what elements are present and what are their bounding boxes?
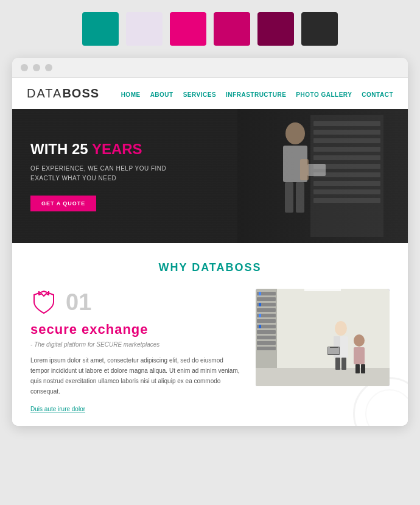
- nav-item-home[interactable]: HOME: [121, 88, 141, 99]
- svg-rect-22: [257, 308, 276, 312]
- shield-svg: [30, 289, 57, 316]
- logo-data-text: DATA: [27, 87, 62, 100]
- svg-rect-43: [330, 347, 338, 348]
- svg-point-36: [335, 321, 347, 336]
- nav-item-contact[interactable]: CONTACT: [362, 88, 393, 99]
- hero-title-prefix: WITH 25: [30, 141, 92, 157]
- svg-point-11: [285, 122, 305, 144]
- browser-dot-2: [33, 64, 40, 71]
- nav-item-about[interactable]: ABOUT: [150, 88, 173, 99]
- feature-icon-number: 01: [30, 289, 243, 316]
- svg-rect-28: [257, 341, 276, 345]
- swatch-maroon: [257, 12, 294, 46]
- feature-number: 01: [66, 291, 91, 314]
- svg-rect-47: [361, 364, 365, 373]
- nav-item-gallery[interactable]: PHOTO GALLERY: [296, 88, 352, 99]
- svg-rect-46: [355, 364, 360, 373]
- svg-rect-29: [257, 347, 276, 350]
- svg-rect-24: [257, 319, 276, 323]
- hero-figure-svg: [262, 115, 383, 237]
- svg-rect-16: [300, 159, 309, 180]
- feature-image: [256, 289, 390, 386]
- svg-rect-8: [313, 181, 380, 186]
- swatch-dark-magenta: [214, 12, 250, 46]
- logo-boss-text: BOSS: [62, 87, 99, 100]
- svg-rect-31: [259, 303, 261, 306]
- feature-row: 01 secure exchange - The digital platfor…: [30, 289, 390, 414]
- nav-link-about[interactable]: ABOUT: [150, 91, 173, 98]
- nav-links: HOME ABOUT SERVICES INFRASTRUCTURE PHOTO…: [121, 88, 393, 99]
- swatch-lavender: [126, 12, 163, 46]
- svg-rect-40: [341, 358, 346, 370]
- browser-window: DATABOSS HOME ABOUT SERVICES INFRASTRUCT…: [12, 58, 408, 426]
- nav-link-gallery[interactable]: PHOTO GALLERY: [296, 91, 352, 98]
- site-logo: DATABOSS: [27, 87, 99, 101]
- browser-dot-1: [21, 64, 28, 71]
- svg-rect-20: [257, 297, 276, 301]
- hero-image: [237, 109, 408, 243]
- hero-title-years: YEARS: [92, 141, 142, 157]
- hero-subtitle: OF EXPERIENCE, WE CAN HELP YOU FINDEXACT…: [30, 164, 225, 183]
- feature-tagline: - The digital platform for SECURE market…: [30, 341, 243, 348]
- why-section: WHY DATABOSS 01: [12, 243, 408, 426]
- svg-rect-33: [259, 325, 261, 328]
- color-swatches: [82, 12, 338, 46]
- svg-rect-34: [256, 368, 390, 386]
- svg-rect-35: [304, 289, 341, 291]
- shield-icon: [30, 289, 57, 316]
- get-quote-button[interactable]: GET A QUOTE: [30, 196, 96, 211]
- nav-link-home[interactable]: HOME: [121, 91, 141, 98]
- feature-link[interactable]: Duis aute irure dolor: [30, 406, 85, 412]
- swatch-teal: [82, 12, 119, 46]
- svg-rect-13: [285, 182, 293, 213]
- svg-rect-42: [328, 347, 339, 354]
- site-nav: DATABOSS HOME ABOUT SERVICES INFRASTRUCT…: [12, 78, 408, 109]
- svg-rect-26: [257, 330, 276, 334]
- swatch-magenta: [170, 12, 206, 46]
- nav-item-services[interactable]: SERVICES: [183, 88, 216, 99]
- feature-left: 01 secure exchange - The digital platfor…: [30, 289, 243, 414]
- feature-name: secure exchange: [30, 322, 243, 337]
- svg-rect-1: [313, 121, 380, 126]
- why-title: WHY DATABOSS: [30, 261, 390, 274]
- browser-dot-3: [45, 64, 52, 71]
- website-content: DATABOSS HOME ABOUT SERVICES INFRASTRUCT…: [12, 78, 408, 426]
- svg-rect-27: [257, 336, 276, 339]
- nav-item-infrastructure[interactable]: INFRASTRUCTURE: [226, 88, 286, 99]
- svg-rect-2: [313, 130, 380, 135]
- svg-rect-39: [335, 358, 340, 370]
- svg-rect-10: [313, 198, 380, 203]
- svg-rect-30: [259, 292, 261, 295]
- svg-rect-3: [313, 138, 380, 143]
- svg-rect-15: [307, 164, 326, 176]
- hero-section: WITH 25 YEARS OF EXPERIENCE, WE CAN HELP…: [12, 109, 408, 243]
- svg-rect-4: [313, 147, 380, 152]
- nav-link-infrastructure[interactable]: INFRASTRUCTURE: [226, 91, 286, 98]
- feature-description: Lorem ipsum dolor sit amet, consectetur …: [30, 355, 243, 397]
- hero-title: WITH 25 YEARS: [30, 141, 225, 158]
- nav-link-contact[interactable]: CONTACT: [362, 91, 393, 98]
- server-room-svg: [256, 289, 390, 386]
- svg-rect-9: [313, 189, 380, 194]
- svg-rect-45: [354, 347, 365, 364]
- hero-content: WITH 25 YEARS OF EXPERIENCE, WE CAN HELP…: [30, 141, 225, 212]
- browser-toolbar: [12, 58, 408, 78]
- svg-point-44: [354, 334, 365, 347]
- nav-link-services[interactable]: SERVICES: [183, 91, 216, 98]
- svg-rect-14: [296, 182, 304, 213]
- svg-rect-32: [259, 314, 261, 317]
- svg-rect-5: [313, 155, 380, 160]
- swatch-dark-gray: [301, 12, 338, 46]
